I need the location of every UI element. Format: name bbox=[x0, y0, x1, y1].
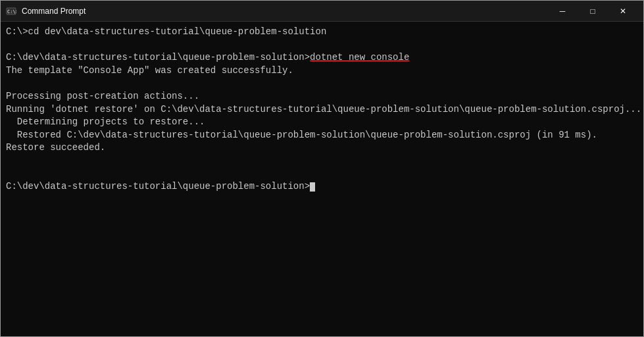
window-controls: ─ □ ✕ bbox=[547, 1, 638, 22]
terminal-line-output6: Restore succeeded. bbox=[6, 142, 638, 155]
close-button[interactable]: ✕ bbox=[608, 1, 638, 22]
command-prompt-window: C:\> Command Prompt ─ □ ✕ C:\>cd dev\dat… bbox=[0, 0, 644, 337]
maximize-button[interactable]: □ bbox=[578, 1, 608, 22]
window-icon: C:\> bbox=[6, 6, 16, 16]
terminal-line-output5: Restored C:\dev\data-structures-tutorial… bbox=[6, 129, 638, 142]
terminal-line-output3: Running 'dotnet restore' on C:\dev\data-… bbox=[6, 103, 638, 117]
terminal-line: C:\>cd dev\data-structures-tutorial\queu… bbox=[6, 26, 638, 39]
terminal-line-empty bbox=[6, 39, 638, 52]
svg-text:C:\>: C:\> bbox=[7, 9, 16, 14]
minimize-button[interactable]: ─ bbox=[547, 1, 578, 22]
terminal-line-output2: Processing post-creation actions... bbox=[6, 90, 638, 103]
terminal-line-empty4 bbox=[6, 168, 638, 181]
terminal-line-command: C:\dev\data-structures-tutorial\queue-pr… bbox=[6, 51, 638, 65]
terminal-body[interactable]: C:\>cd dev\data-structures-tutorial\queu… bbox=[1, 22, 643, 336]
terminal-line-output1: The template "Console App" was created s… bbox=[6, 65, 638, 78]
terminal-line-empty2 bbox=[6, 77, 638, 90]
cursor bbox=[310, 182, 315, 192]
terminal-line-output4: Determining projects to restore... bbox=[6, 116, 638, 129]
window-title: Command Prompt bbox=[22, 7, 547, 16]
title-bar: C:\> Command Prompt ─ □ ✕ bbox=[1, 1, 643, 22]
terminal-line-empty3 bbox=[6, 155, 638, 168]
terminal-prompt-line: C:\dev\data-structures-tutorial\queue-pr… bbox=[6, 180, 638, 194]
